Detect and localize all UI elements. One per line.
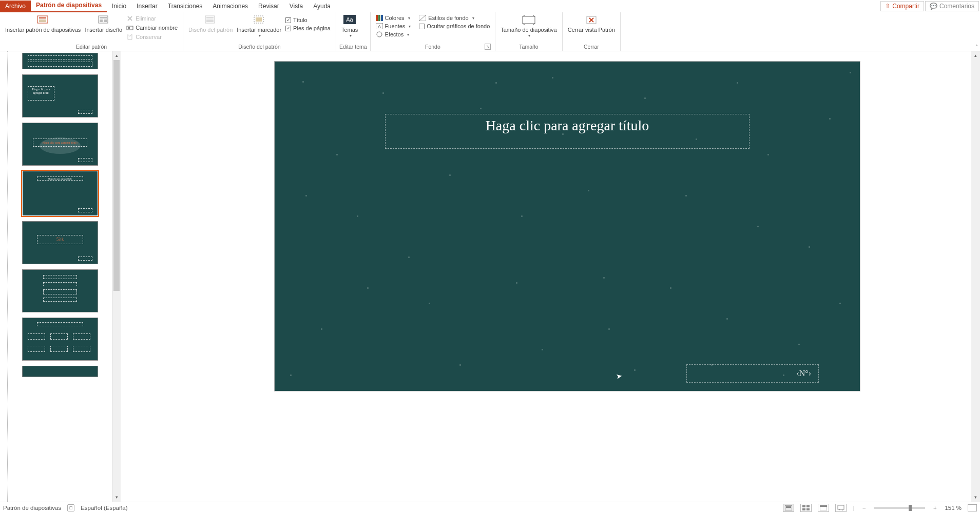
fit-to-window-button[interactable] (968, 504, 977, 511)
background-styles-icon (419, 15, 426, 21)
scroll-down-icon[interactable]: ▾ (112, 493, 121, 502)
svg-rect-32 (802, 505, 805, 507)
scrollbar-handle[interactable] (113, 60, 120, 291)
group-label-size: Tamaño (498, 43, 559, 51)
svg-rect-10 (128, 27, 130, 29)
svg-rect-6 (104, 19, 107, 22)
svg-rect-37 (820, 505, 827, 507)
svg-rect-31 (786, 506, 791, 508)
slide-size-button[interactable]: Tamaño de diapositiva (498, 13, 559, 40)
effects-label: Efectos (385, 31, 404, 37)
tab-home[interactable]: Inicio (107, 1, 131, 12)
layout-thumbnail[interactable]: Haga clic para agregar título (23, 75, 98, 117)
reading-view-button[interactable] (818, 504, 829, 512)
thumbnails-scrollbar[interactable]: ▴ ▾ (112, 51, 121, 502)
master-layout-button: Diseño del patrón (186, 13, 235, 34)
delete-label: Eliminar (136, 15, 156, 22)
slide-number-text: ‹N°› (796, 369, 811, 378)
hide-bg-graphics-checkbox[interactable]: Ocultar gráficos de fondo (417, 23, 492, 30)
mouse-cursor-icon: ➤ (616, 371, 623, 381)
zoom-slider[interactable] (874, 507, 925, 509)
rename-label: Cambiar nombre (136, 25, 178, 31)
group-background: Colores A Fuentes Efectos Estilos de fon… (371, 12, 496, 51)
layout-thumbnail[interactable] (23, 366, 98, 377)
outline-tree-line (7, 51, 8, 502)
colors-button[interactable]: Colores (374, 14, 413, 22)
tab-file[interactable]: Archivo (0, 1, 31, 12)
layout-thumbnail[interactable] (23, 318, 98, 360)
fonts-icon: A (376, 23, 383, 29)
group-edit-theme: Aa Temas Editar tema (336, 12, 371, 51)
svg-rect-15 (256, 17, 262, 22)
close-master-view-label: Cerrar vista Patrón (568, 27, 615, 33)
layout-thumbnail[interactable]: 53 k (23, 222, 98, 264)
svg-rect-34 (802, 508, 805, 510)
accessibility-icon[interactable]: □ (67, 504, 74, 511)
insert-slide-master-button[interactable]: Insertar patrón de diapositivas (3, 13, 83, 34)
themes-button[interactable]: Aa Temas (339, 13, 360, 40)
preserve-icon (126, 33, 133, 41)
scroll-down-icon[interactable]: ▾ (971, 493, 980, 502)
layout-thumbnail-selected[interactable]: Haga clic para agregar título (23, 171, 98, 215)
insert-layout-button[interactable]: Insertar diseño (83, 13, 124, 34)
close-master-view-button[interactable]: Cerrar vista Patrón (566, 13, 617, 34)
svg-rect-19 (378, 15, 380, 21)
title-checkbox[interactable]: ✓ Título (283, 16, 333, 24)
layout-thumbnail[interactable]: Haga clic para agregar título (23, 123, 98, 165)
tab-help[interactable]: Ayuda (308, 1, 336, 12)
scroll-up-icon[interactable]: ▴ (112, 51, 121, 60)
tab-view[interactable]: Vista (284, 1, 308, 12)
tab-review[interactable]: Revisar (253, 1, 284, 12)
title-placeholder[interactable]: Haga clic para agregar título (385, 114, 750, 149)
zoom-value[interactable]: 151 % (945, 505, 962, 511)
group-label-design: Diseño del patrón (186, 43, 333, 51)
tab-animations[interactable]: Animaciones (207, 1, 253, 12)
share-button[interactable]: ⇧ Compartir (880, 1, 924, 11)
insert-placeholder-label: Insertar marcador (237, 27, 281, 33)
zoom-in-button[interactable]: + (931, 505, 938, 511)
slide-canvas[interactable]: Haga clic para agregar título ‹N°› (275, 62, 860, 391)
zoom-out-button[interactable]: − (860, 505, 868, 511)
preserve-button: Conservar (124, 33, 180, 41)
svg-rect-13 (206, 19, 214, 22)
footers-checkbox[interactable]: ✓ Pies de página (283, 25, 333, 32)
rename-layout-button[interactable]: Cambiar nombre (124, 24, 180, 32)
background-styles-button[interactable]: Estilos de fondo (417, 14, 492, 22)
comments-button[interactable]: 💬 Comentarios (925, 1, 979, 11)
sorter-view-button[interactable] (800, 504, 812, 512)
tab-slide-master[interactable]: Patrón de diapositivas (31, 0, 107, 12)
slideshow-view-button[interactable] (835, 504, 847, 512)
svg-rect-4 (100, 17, 107, 18)
svg-point-23 (377, 32, 382, 37)
status-language[interactable]: Español (España) (81, 505, 127, 511)
zoom-slider-knob[interactable] (909, 505, 912, 511)
svg-rect-33 (806, 505, 810, 507)
group-size: Tamaño de diapositiva Tamaño (495, 12, 562, 51)
tab-transitions[interactable]: Transiciones (163, 1, 208, 12)
scroll-up-icon[interactable]: ▴ (971, 51, 980, 60)
canvas-scrollbar[interactable]: ▴ ▾ (971, 51, 980, 502)
tab-insert[interactable]: Insertar (131, 1, 163, 12)
layout-thumbnail[interactable] (23, 270, 98, 312)
insert-placeholder-button[interactable]: Insertar marcador (235, 13, 283, 40)
effects-button[interactable]: Efectos (374, 31, 413, 38)
status-bar: Patrón de diapositivas □ Español (España… (0, 502, 980, 513)
preserve-label: Conservar (136, 34, 162, 40)
title-checkbox-label: Título (293, 17, 308, 23)
themes-label: Temas (341, 27, 358, 33)
delete-icon (126, 15, 133, 22)
slide-canvas-area[interactable]: Haga clic para agregar título ‹N°› ➤ ▴ ▾ (121, 51, 980, 502)
layout-thumbnail[interactable] (23, 53, 98, 69)
master-layout-label: Diseño del patrón (188, 27, 233, 33)
ribbon: Insertar patrón de diapositivas Insertar… (0, 12, 980, 51)
slide-number-placeholder[interactable]: ‹N°› (686, 364, 819, 383)
insert-layout-icon (95, 14, 112, 26)
svg-rect-38 (838, 505, 844, 509)
fonts-button[interactable]: A Fuentes (374, 23, 413, 30)
fonts-label: Fuentes (385, 23, 406, 29)
collapse-ribbon-button[interactable]: ˄ (975, 44, 978, 50)
checkbox-checked-icon: ✓ (285, 17, 291, 23)
group-label-theme: Editar tema (339, 43, 367, 51)
normal-view-button[interactable] (783, 504, 794, 512)
background-dialog-launcher[interactable]: ↘ (485, 44, 491, 50)
